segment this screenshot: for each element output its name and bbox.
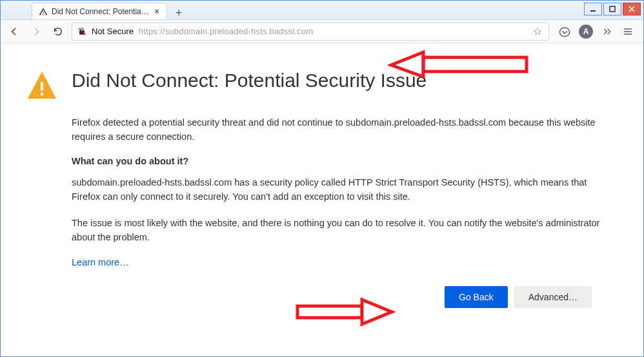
page-title: Did Not Connect: Potential Security Issu…: [72, 69, 427, 92]
svg-rect-3: [41, 82, 43, 91]
window-titlebar: Did Not Connect: Potential Secu × +: [1, 1, 643, 20]
page-content: Did Not Connect: Potential Security Issu…: [1, 43, 643, 308]
back-button[interactable]: [6, 23, 23, 40]
body-text: Firefox detected a potential security th…: [72, 115, 601, 268]
tab-strip: Did Not Connect: Potential Secu × +: [6, 1, 185, 19]
window-minimize-button[interactable]: [584, 3, 602, 15]
go-back-button[interactable]: Go Back: [445, 286, 508, 308]
reload-button[interactable]: [50, 23, 66, 40]
tab-title: Did Not Connect: Potential Secu: [52, 7, 150, 16]
browser-toolbar: Not Secure https://subdomain.preloaded-h…: [1, 20, 643, 43]
menu-hamburger-icon[interactable]: [621, 25, 634, 38]
avatar-label: A: [583, 27, 589, 36]
tab-close-icon[interactable]: ×: [152, 7, 161, 16]
bookmark-star-icon[interactable]: ☆: [532, 25, 543, 37]
overflow-chevrons-icon[interactable]: [601, 25, 614, 38]
body-paragraph-1: subdomain.preloaded-hsts.badssl.com has …: [72, 175, 601, 204]
warning-triangle-icon: [39, 7, 48, 16]
body-paragraph-2: The issue is most likely with the websit…: [72, 216, 601, 245]
window-controls: [584, 3, 641, 15]
title-row: Did Not Connect: Potential Security Issu…: [26, 69, 618, 101]
pocket-icon[interactable]: [558, 25, 571, 38]
not-secure-lock-icon: [77, 27, 86, 36]
new-tab-button[interactable]: +: [172, 6, 185, 19]
svg-point-4: [41, 93, 44, 96]
svg-rect-1: [610, 6, 615, 12]
account-avatar[interactable]: A: [579, 24, 593, 39]
learn-more-link[interactable]: Learn more…: [72, 257, 129, 267]
not-secure-label: Not Secure: [92, 26, 134, 36]
advanced-button[interactable]: Advanced…: [514, 286, 592, 308]
button-row: Go Back Advanced…: [26, 286, 592, 308]
url-bar[interactable]: Not Secure https://subdomain.preloaded-h…: [72, 23, 549, 41]
window-close-button[interactable]: [623, 3, 641, 15]
lead-paragraph: Firefox detected a potential security th…: [72, 115, 601, 144]
url-text: https://subdomain.preloaded-hsts.badssl.…: [139, 26, 527, 36]
tab-active[interactable]: Did Not Connect: Potential Secu ×: [32, 3, 167, 19]
window-maximize-button[interactable]: [603, 3, 621, 15]
svg-rect-0: [590, 10, 596, 12]
subhead: What can you do about it?: [72, 156, 601, 166]
warning-exclamation-icon: [26, 70, 57, 101]
forward-button[interactable]: [28, 23, 45, 40]
toolbar-right: A: [558, 24, 634, 39]
